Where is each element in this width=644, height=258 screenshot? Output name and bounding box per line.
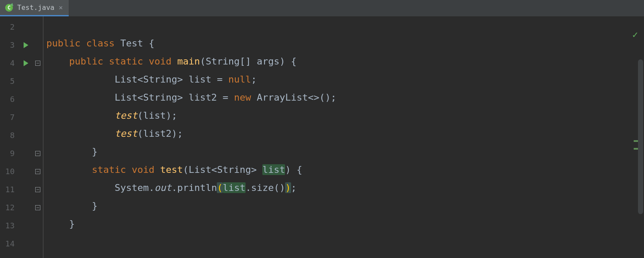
code-marker[interactable]: [634, 148, 638, 150]
code-line[interactable]: public static void main(String[] args) {: [43, 52, 644, 71]
code-line[interactable]: List<String> list = null;: [43, 71, 644, 89]
code-line[interactable]: test(list);: [43, 107, 644, 125]
code-marker[interactable]: [634, 140, 638, 142]
code-editor[interactable]: 2 3 4 5 6 7 8 9 10 11 12 13 14 public cl…: [0, 16, 644, 258]
code-line[interactable]: [43, 16, 644, 34]
code-line[interactable]: }: [43, 197, 644, 215]
code-line[interactable]: }: [43, 215, 644, 233]
line-number: 13: [0, 217, 19, 235]
line-number: 2: [0, 18, 19, 36]
line-number: 7: [0, 108, 19, 126]
line-number: 6: [0, 90, 19, 108]
line-number: 5: [0, 72, 19, 90]
code-line[interactable]: [43, 233, 644, 251]
fold-toggle-icon[interactable]: [35, 61, 40, 66]
code-line[interactable]: public class Test {: [43, 34, 644, 52]
code-line[interactable]: static void test(List<String> list) {: [43, 161, 644, 179]
fold-toggle-icon[interactable]: [35, 169, 40, 174]
line-number: 4: [0, 54, 19, 72]
run-icon[interactable]: [24, 60, 28, 66]
line-number: 11: [0, 181, 19, 199]
line-number: 9: [0, 144, 19, 163]
line-number-gutter: 2 3 4 5 6 7 8 9 10 11 12 13 14: [0, 16, 43, 258]
scrollbar[interactable]: [638, 59, 643, 214]
fold-toggle-icon[interactable]: [35, 187, 40, 192]
tab-test-java[interactable]: C Test.java ×: [0, 0, 69, 16]
line-number: 3: [0, 36, 19, 54]
fold-toggle-icon[interactable]: [35, 151, 40, 156]
analysis-ok-icon[interactable]: ✓: [632, 29, 638, 40]
code-line[interactable]: test(list2);: [43, 125, 644, 143]
code-line[interactable]: List<String> list2 = new ArrayList<>();: [43, 89, 644, 107]
code-line[interactable]: }: [43, 143, 644, 161]
close-icon[interactable]: ×: [59, 3, 63, 12]
code-line[interactable]: System.out.println(list.size());: [43, 179, 644, 197]
run-icon[interactable]: [24, 42, 28, 48]
tab-filename: Test.java: [17, 3, 55, 12]
fold-toggle-icon[interactable]: [35, 205, 40, 210]
line-number: 12: [0, 199, 19, 217]
line-number: 10: [0, 163, 19, 181]
java-class-icon: C: [5, 4, 13, 12]
editor-tab-bar: C Test.java ×: [0, 0, 644, 16]
code-area[interactable]: public class Test { public static void m…: [43, 16, 644, 258]
line-number: 14: [0, 235, 19, 253]
line-number: 8: [0, 126, 19, 144]
